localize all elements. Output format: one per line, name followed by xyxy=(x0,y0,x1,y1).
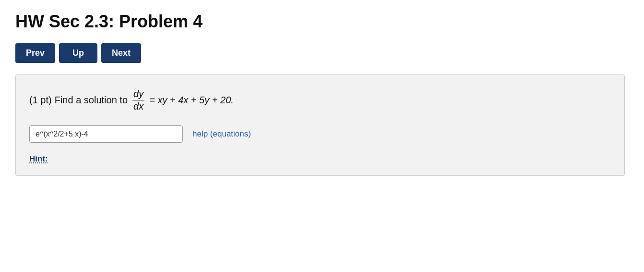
answer-input[interactable] xyxy=(29,125,183,143)
problem-intro: Find a solution to xyxy=(55,95,128,106)
fraction-numerator: dy xyxy=(132,88,144,100)
prev-button[interactable]: Prev xyxy=(15,43,55,63)
problem-box: (1 pt) Find a solution to dy dx = xy + 4… xyxy=(15,74,625,176)
equation-rhs: = xy + 4x + 5y + 20. xyxy=(149,95,234,106)
problem-points: (1 pt) xyxy=(29,95,52,106)
hint-section: Hint: xyxy=(29,154,611,164)
answer-row: help (equations) xyxy=(29,125,611,143)
page-title: HW Sec 2.3: Problem 4 xyxy=(15,12,629,32)
dy-dx-fraction: dy dx xyxy=(132,88,144,112)
next-button[interactable]: Next xyxy=(101,43,141,63)
nav-buttons: Prev Up Next xyxy=(15,43,629,63)
hint-label[interactable]: Hint: xyxy=(29,154,48,164)
fraction-denominator: dx xyxy=(132,100,144,112)
help-equations-link[interactable]: help (equations) xyxy=(192,129,251,139)
problem-statement: (1 pt) Find a solution to dy dx = xy + 4… xyxy=(29,88,611,112)
up-button[interactable]: Up xyxy=(59,43,97,63)
